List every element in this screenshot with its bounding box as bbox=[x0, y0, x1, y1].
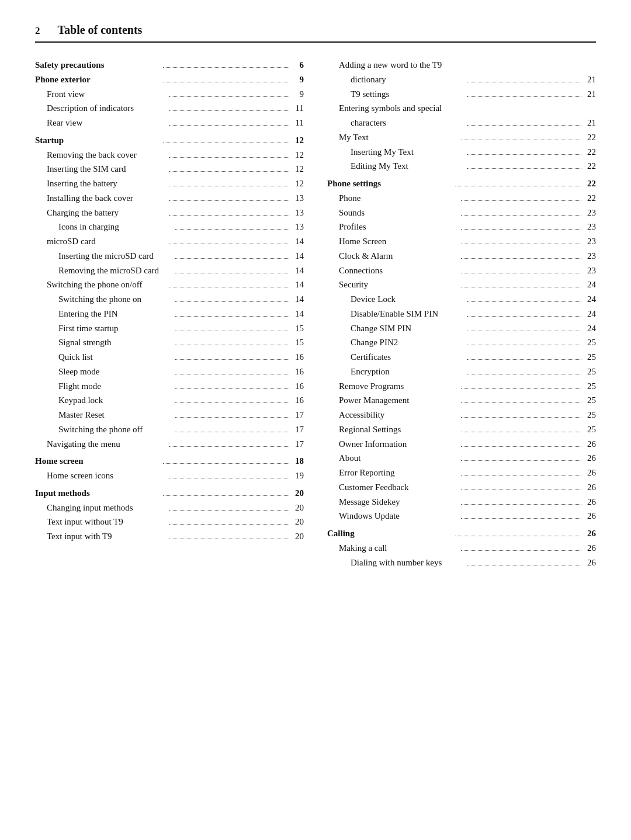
toc-dots bbox=[455, 186, 581, 186]
toc-page: 20 bbox=[291, 516, 304, 529]
toc-entry: Signal strength15 bbox=[35, 336, 304, 349]
toc-dots bbox=[169, 171, 289, 172]
toc-entry: Removing the microSD card14 bbox=[35, 265, 304, 277]
toc-entry: Home screen18 bbox=[35, 455, 304, 468]
toc-page: 26 bbox=[583, 527, 596, 540]
toc-page: 17 bbox=[291, 409, 304, 422]
toc-page: 24 bbox=[583, 293, 596, 306]
toc-page: 23 bbox=[583, 221, 596, 234]
toc-entry: Disable/Enable SIM PIN24 bbox=[327, 308, 596, 321]
toc-dots bbox=[175, 301, 289, 302]
toc-label: Home screen icons bbox=[35, 470, 167, 483]
toc-page: 24 bbox=[583, 308, 596, 321]
toc-label: First time startup bbox=[35, 322, 173, 335]
toc-columns: Safety precautions6Phone exterior9Front … bbox=[35, 59, 596, 571]
toc-label: Icons in charging bbox=[35, 221, 173, 234]
toc-page: 11 bbox=[291, 117, 304, 130]
toc-page: 26 bbox=[583, 481, 596, 494]
toc-dots bbox=[175, 229, 289, 230]
toc-entry: Making a call26 bbox=[327, 542, 596, 555]
toc-entry: Inserting My Text22 bbox=[327, 146, 596, 159]
toc-label: Home screen bbox=[35, 455, 161, 468]
toc-label: Accessibility bbox=[327, 409, 459, 422]
toc-label: Connections bbox=[327, 265, 459, 277]
toc-entry: Front view9 bbox=[35, 88, 304, 101]
toc-label: Regional Settings bbox=[327, 424, 459, 436]
toc-entry: Phone settings22 bbox=[327, 178, 596, 190]
toc-dots bbox=[467, 374, 581, 374]
toc-page: 15 bbox=[291, 322, 304, 335]
toc-entry: Owner Information26 bbox=[327, 438, 596, 451]
toc-dots bbox=[169, 215, 289, 216]
toc-entry: Change SIM PIN24 bbox=[327, 322, 596, 335]
toc-entry: Adding a new word to the T9 bbox=[327, 59, 596, 72]
toc-dots bbox=[169, 244, 289, 244]
toc-entry: Change PIN225 bbox=[327, 336, 596, 349]
toc-label: Adding a new word to the T9 bbox=[327, 59, 596, 72]
toc-entry: Certificates25 bbox=[327, 351, 596, 364]
toc-entry: Navigating the menu17 bbox=[35, 438, 304, 451]
toc-label: Text input without T9 bbox=[35, 516, 167, 529]
toc-label: Switching the phone off bbox=[35, 424, 173, 436]
toc-label: Switching the phone on bbox=[35, 293, 173, 306]
toc-entry: microSD card14 bbox=[35, 235, 304, 248]
toc-entry: Charging the battery13 bbox=[35, 207, 304, 220]
toc-label: Owner Information bbox=[327, 438, 459, 451]
toc-entry: Sounds23 bbox=[327, 207, 596, 220]
toc-page: 25 bbox=[583, 351, 596, 364]
toc-page: 17 bbox=[291, 438, 304, 451]
toc-dots bbox=[467, 154, 581, 155]
toc-entry: Phone22 bbox=[327, 192, 596, 205]
toc-page: 23 bbox=[583, 235, 596, 248]
toc-dots bbox=[461, 402, 581, 403]
toc-page: 15 bbox=[291, 336, 304, 349]
toc-dots bbox=[461, 460, 581, 461]
toc-page: 14 bbox=[291, 250, 304, 263]
left-column: Safety precautions6Phone exterior9Front … bbox=[35, 59, 304, 571]
toc-page: 16 bbox=[291, 366, 304, 379]
toc-entry: Switching the phone on14 bbox=[35, 293, 304, 306]
toc-dots bbox=[175, 388, 289, 389]
toc-page: 20 bbox=[291, 502, 304, 515]
toc-dots bbox=[467, 565, 581, 565]
toc-dots bbox=[467, 168, 581, 169]
toc-page: 13 bbox=[291, 221, 304, 234]
toc-page: 24 bbox=[583, 279, 596, 291]
toc-dots bbox=[175, 374, 289, 374]
toc-entry: Master Reset17 bbox=[35, 409, 304, 422]
toc-dots bbox=[175, 359, 289, 360]
toc-dots bbox=[461, 388, 581, 389]
toc-label: Phone bbox=[327, 192, 459, 205]
toc-label: Quick list bbox=[35, 351, 173, 364]
toc-entry: Profiles23 bbox=[327, 221, 596, 234]
toc-page: 9 bbox=[291, 88, 304, 101]
toc-dots bbox=[175, 402, 289, 403]
toc-page: 18 bbox=[291, 455, 304, 468]
toc-page: 16 bbox=[291, 351, 304, 364]
toc-entry: Inserting the microSD card14 bbox=[35, 250, 304, 263]
toc-dots bbox=[467, 301, 581, 302]
toc-dots bbox=[461, 432, 581, 432]
page-header: 2 Table of contents bbox=[35, 23, 596, 37]
toc-dots bbox=[175, 417, 289, 418]
toc-entry: Rear view11 bbox=[35, 117, 304, 130]
toc-page: 25 bbox=[583, 336, 596, 349]
toc-label: Switching the phone on/off bbox=[35, 279, 167, 291]
toc-label: Message Sidekey bbox=[327, 496, 459, 509]
toc-label: microSD card bbox=[35, 235, 167, 248]
toc-label: About bbox=[327, 452, 459, 465]
toc-page: 26 bbox=[583, 467, 596, 480]
toc-entry: Remove Programs25 bbox=[327, 380, 596, 393]
toc-page: 12 bbox=[291, 149, 304, 162]
toc-label: Inserting the battery bbox=[35, 178, 167, 190]
toc-dots bbox=[461, 490, 581, 490]
toc-label: Phone settings bbox=[327, 178, 453, 190]
toc-label: Removing the back cover bbox=[35, 149, 167, 162]
toc-entry: Message Sidekey26 bbox=[327, 496, 596, 509]
toc-page: 21 bbox=[583, 88, 596, 101]
toc-page: 12 bbox=[291, 163, 304, 176]
toc-label: Making a call bbox=[327, 542, 459, 555]
toc-label: Windows Update bbox=[327, 510, 459, 523]
toc-page: 6 bbox=[291, 59, 304, 72]
toc-entry: Connections23 bbox=[327, 265, 596, 277]
